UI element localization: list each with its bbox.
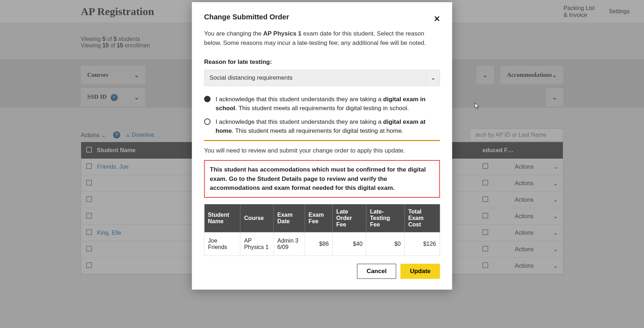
fee-col-date: Exam Date — [274, 204, 305, 233]
update-button[interactable]: Update — [401, 264, 440, 279]
fee-col-name: Student Name — [204, 204, 240, 233]
radio-at-home[interactable]: I acknowledge that this student understa… — [204, 117, 440, 136]
reason-label: Reason for late testing: — [204, 57, 440, 67]
acknowledgement-radios: I acknowledge that this student understa… — [204, 95, 440, 136]
fee-table-row: Joe Friends AP Physics 1 Admin 3 6/09 $8… — [204, 232, 440, 256]
fee-cell-name: Joe Friends — [204, 232, 240, 256]
chevron-down-icon: ⌄ — [426, 70, 440, 86]
accommodations-warning: This student has accommodations which mu… — [204, 160, 440, 198]
fee-col-latetest: Late-Testing Fee — [366, 204, 404, 233]
close-icon[interactable]: ✕ — [434, 14, 440, 24]
fee-cell-late: $40 — [332, 232, 366, 256]
fee-cell-fee: $86 — [305, 232, 332, 256]
radio-icon — [204, 96, 211, 102]
fee-cell-latetest: $0 — [366, 232, 404, 256]
fee-table-header: Student Name Course Exam Date Exam Fee L… — [204, 204, 440, 233]
reason-select-value: Social distancing requirements — [205, 70, 426, 86]
modal-title: Change Submitted Order — [204, 13, 440, 21]
radio-in-school[interactable]: I acknowledge that this student understa… — [204, 95, 440, 113]
fee-table: Student Name Course Exam Date Exam Fee L… — [204, 204, 440, 256]
fee-cell-course: AP Physics 1 — [240, 232, 274, 256]
fee-col-total: Total Exam Cost — [405, 204, 440, 233]
radio-icon — [204, 118, 211, 125]
fee-col-fee: Exam Fee — [305, 204, 332, 233]
change-order-modal: Change Submitted Order ✕ You are changin… — [192, 2, 452, 290]
fee-col-course: Course — [240, 204, 274, 233]
radio-at-home-label: I acknowledge that this student understa… — [216, 117, 440, 136]
fee-col-late: Late Order Fee — [332, 204, 366, 233]
reason-select[interactable]: Social distancing requirements ⌄ — [204, 70, 440, 86]
divider — [204, 140, 440, 141]
fee-cell-date: Admin 3 6/09 — [274, 232, 305, 256]
modal-intro: You are changing the AP Physics 1 exam d… — [204, 29, 440, 47]
cursor-icon — [475, 103, 480, 112]
fee-cell-total: $126 — [405, 232, 440, 256]
modal-footer: Cancel Update — [204, 264, 440, 279]
cancel-button[interactable]: Cancel — [357, 264, 396, 279]
intro-course-name: AP Physics 1 — [263, 30, 301, 37]
radio-in-school-label: I acknowledge that this student understa… — [216, 95, 440, 113]
review-note: You will need to review and submit your … — [204, 146, 440, 155]
